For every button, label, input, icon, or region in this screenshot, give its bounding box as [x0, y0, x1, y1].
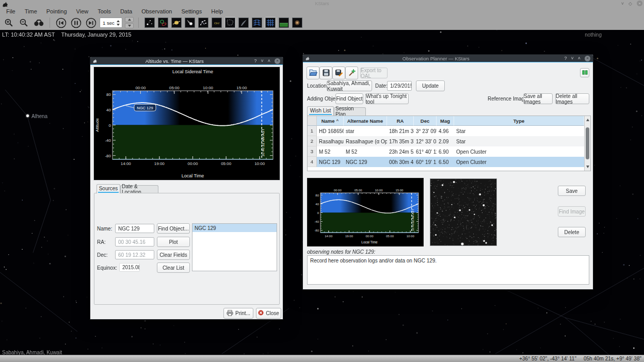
maximize-icon[interactable]: ◇ [629, 1, 632, 6]
object-list[interactable]: NGC 129 [192, 223, 277, 271]
menu-help[interactable]: Help [206, 8, 228, 14]
svg-text:10:00: 10:00 [254, 161, 265, 166]
scrollbar-thumb[interactable] [586, 127, 589, 159]
menu-pointing[interactable]: Pointing [42, 8, 72, 14]
step-forward-icon[interactable] [85, 17, 97, 29]
find-object-icon[interactable] [33, 17, 45, 29]
location-button[interactable]: Sabahiya, Ahmadi, Kuwait [327, 80, 372, 91]
export-to-oal-button[interactable]: Export to OAL [360, 68, 388, 78]
equinox-input[interactable]: 2015.08 [119, 263, 140, 272]
constellation-names-icon[interactable]: Ori [211, 17, 223, 29]
wishlist-header-row[interactable]: Name^Alternate NameRADecMagType [308, 116, 584, 126]
column-header-mag[interactable]: Mag [437, 116, 454, 126]
solar-system-icon[interactable] [170, 17, 183, 29]
save-all-images-button[interactable]: Save all Images [523, 93, 553, 104]
open-list-button[interactable] [307, 67, 319, 79]
kstars-window-icon [303, 56, 310, 61]
comets-icon[interactable] [184, 17, 196, 29]
help-icon[interactable]: ? [564, 56, 567, 61]
column-header-ra[interactable]: RA [387, 116, 414, 126]
menu-settings[interactable]: Settings [176, 8, 206, 14]
milky-way-icon[interactable] [237, 17, 250, 29]
altitude-window-titlebar[interactable]: Altitude vs. Time — KStars ? ˅ ˄ × [90, 57, 283, 65]
time-step-spinbox[interactable]: 1 sec [100, 18, 122, 28]
save-list-button[interactable] [319, 67, 332, 79]
time-step-down-icon[interactable] [125, 23, 134, 28]
deep-sky-objects-icon[interactable] [157, 17, 169, 29]
tab-session-plan[interactable]: Session Plan [334, 107, 366, 116]
clear-fields-button[interactable]: Clear Fields [157, 250, 190, 260]
save-button[interactable]: Save [558, 186, 586, 196]
toggle-preview-button[interactable] [580, 68, 589, 77]
menu-time[interactable]: Time [20, 8, 42, 14]
observing-notes-textarea[interactable]: Record here observation logs and/or data… [307, 255, 589, 285]
menu-observation[interactable]: Observation [137, 8, 176, 14]
step-backward-icon[interactable] [55, 17, 67, 29]
horizontal-grid-icon[interactable] [264, 17, 277, 29]
plot-button[interactable]: Plot [157, 237, 190, 247]
zoom-out-icon[interactable] [18, 17, 30, 29]
name-input[interactable]: NGC 129 [115, 224, 154, 233]
close-icon[interactable]: × [585, 56, 590, 61]
minimize-icon[interactable]: ˅ [621, 1, 624, 6]
date-select[interactable]: 1/29/2015 ˅ [387, 81, 412, 91]
planner-window-titlebar[interactable]: Observation Planner — KStars ? ˅ ˄ × [303, 55, 593, 62]
help-icon[interactable]: ? [254, 58, 256, 63]
list-item-ngc-129[interactable]: NGC 129 [192, 224, 277, 232]
column-header-alternate-name[interactable]: Alternate Name [344, 116, 387, 126]
wizard-button[interactable] [345, 67, 358, 79]
table-row-rasalhague[interactable]: 2RasalhagueRasalhague (α Ophiuchi)17h 35… [308, 136, 584, 146]
find-object-button[interactable]: Find Object [335, 93, 363, 104]
svg-text:15:00: 15:00 [395, 189, 404, 192]
equatorial-grid-icon[interactable] [251, 17, 263, 29]
shade-icon[interactable]: ˅ [261, 58, 263, 63]
tab-date-location[interactable]: Date & Location [120, 185, 158, 193]
column-header-name[interactable]: Name^ [317, 116, 344, 126]
close-icon[interactable]: × [637, 1, 642, 6]
dec-input[interactable]: 60 19 12.32 [115, 250, 154, 259]
stars-icon[interactable] [143, 17, 156, 29]
menu-data[interactable]: Data [116, 8, 137, 14]
table-row-m-52[interactable]: 3M 52M 5223h 24m 52s61° 40' 11"6.90Open … [308, 146, 584, 157]
scroll-up-icon[interactable] [586, 119, 589, 121]
time-step-up-icon[interactable] [125, 17, 134, 22]
scroll-down-icon[interactable] [586, 166, 589, 168]
table-row-ngc-129[interactable]: 4NGC 129NGC 12900h 30m 45s60° 19' 12"6.5… [308, 157, 584, 167]
wizard-wand-icon [348, 69, 356, 78]
find-object-button[interactable]: Find Object... [157, 223, 190, 234]
constellation-lines-icon [198, 18, 208, 28]
column-header-type[interactable]: Type [454, 116, 584, 126]
table-row-hd-168656[interactable]: 1HD 168656star18h 21m 36s3° 23' 09"4.96S… [308, 126, 584, 136]
constellation-lines-icon[interactable] [197, 17, 210, 29]
star-alhena[interactable] [26, 114, 29, 117]
zoom-in-icon[interactable] [3, 17, 15, 29]
tab-wish-list[interactable]: Wish List [307, 106, 334, 116]
shade-icon[interactable]: ˅ [571, 56, 573, 61]
constellation-boundaries-icon[interactable] [224, 17, 236, 29]
column-header-dec[interactable]: Dec [414, 116, 437, 126]
delete-all-images-button[interactable]: Delete all Images [555, 93, 589, 104]
delete-button[interactable]: Delete [558, 227, 586, 237]
clear-list-button[interactable]: Clear List [157, 262, 190, 273]
ra-input[interactable]: 00 30 45.16 [115, 237, 154, 246]
pause-icon[interactable] [70, 17, 82, 29]
update-button[interactable]: Update [416, 80, 445, 91]
cell-alternate-name: NGC 129 [344, 157, 387, 167]
save-list-as-button[interactable] [332, 67, 345, 79]
supernovae-icon[interactable] [291, 17, 303, 29]
wishlist-scrollbar[interactable] [584, 116, 590, 171]
unshade-icon[interactable]: ˄ [268, 58, 270, 63]
time-step-updown[interactable] [125, 17, 134, 28]
menu-view[interactable]: View [72, 8, 93, 14]
close-button[interactable]: Close [256, 308, 281, 319]
find-image-button[interactable]: Find Image [558, 206, 586, 217]
horizon-icon[interactable] [278, 17, 290, 29]
print-button[interactable]: Print... [223, 308, 253, 319]
menu-tools[interactable]: Tools [93, 8, 116, 14]
svg-text:10:40:32 AM AST: 10:40:32 AM AST [261, 128, 265, 157]
whats-up-tonight-button[interactable]: What's up Tonight tool [365, 93, 409, 104]
time-step-arrows[interactable] [117, 20, 122, 26]
unshade-icon[interactable]: ˄ [578, 56, 581, 61]
tab-sources[interactable]: Sources [96, 184, 120, 193]
close-icon[interactable]: × [275, 58, 280, 64]
